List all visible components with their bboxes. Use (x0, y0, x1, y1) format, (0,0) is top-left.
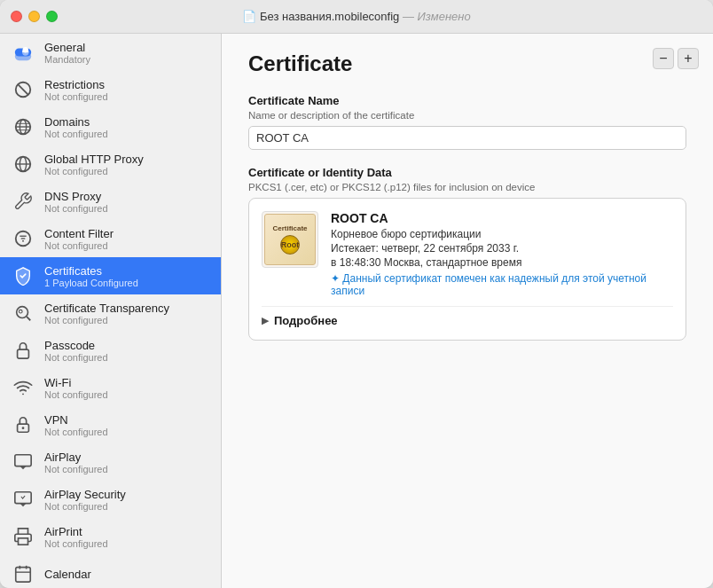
sidebar-item-airplay-security[interactable]: AirPlay Security Not configured (0, 481, 221, 518)
content-filter-sub: Not configured (44, 240, 114, 251)
cert-info: ROOT CA Корневое бюро сертификации Истек… (331, 211, 673, 297)
svg-line-19 (27, 317, 30, 320)
sidebar-item-wifi[interactable]: Wi-Fi Not configured (0, 369, 221, 406)
cert-transparency-sub: Not configured (44, 315, 169, 325)
cert-transparency-text: Certificate Transparency Not configured (44, 302, 169, 325)
app-window: 📄 Без названия.mobileconfig — Изменено (0, 0, 713, 588)
domains-text: Domains Not configured (44, 115, 108, 139)
airprint-label: AirPrint (44, 525, 108, 538)
cert-data-label: Certificate or Identity Data (248, 166, 686, 179)
content-area: General Mandatory Restrictions Not confi… (0, 34, 713, 588)
sidebar-item-general[interactable]: General Mandatory (0, 34, 221, 71)
svg-point-20 (19, 310, 22, 313)
svg-line-5 (18, 84, 28, 95)
sidebar-item-vpn[interactable]: VPN Not configured (0, 406, 221, 443)
cert-thumb-inner: Certificate Root (264, 214, 316, 265)
certificates-text: Certificates 1 Payload Configured (44, 264, 138, 288)
airprint-text: AirPrint Not configured (44, 525, 108, 549)
wifi-label: Wi-Fi (44, 376, 108, 389)
remove-button[interactable]: − (653, 48, 674, 69)
cert-details-row[interactable]: ▶ Подробнее (262, 306, 673, 327)
toolbar: − + (653, 48, 699, 69)
minimize-button[interactable] (28, 11, 40, 22)
wifi-icon (11, 375, 35, 400)
domains-label: Domains (44, 115, 108, 129)
wifi-sub: Not configured (44, 389, 108, 400)
svg-rect-2 (15, 52, 31, 60)
traffic-lights (11, 11, 58, 22)
global-http-text: Global HTTP Proxy Not configured (44, 153, 144, 176)
cert-name-group: Certificate Name Name or description of … (248, 94, 686, 150)
cert-card: Certificate Root ROOT CA Корневое бюро с… (248, 198, 686, 341)
sidebar-item-certificates[interactable]: Certificates 1 Payload Configured (0, 257, 221, 294)
ban-icon (11, 77, 35, 102)
calendar-icon (11, 561, 35, 586)
airplay-security-icon (11, 487, 35, 512)
filter-icon (11, 226, 35, 251)
svg-rect-25 (15, 455, 31, 466)
cert-card-trusted: Данный сертификат помечен как надежный д… (331, 272, 673, 297)
svg-point-24 (22, 427, 25, 429)
globe2-icon (11, 152, 35, 176)
doc-icon: 📄 (242, 10, 256, 23)
cert-transparency-label: Certificate Transparency (44, 302, 169, 315)
sidebar-item-global-http[interactable]: Global HTTP Proxy Not configured (0, 145, 221, 183)
airplay-text: AirPlay Not configured (44, 451, 108, 474)
page-title: Certificate (248, 51, 686, 76)
svg-point-22 (22, 393, 24, 395)
passcode-label: Passcode (44, 339, 108, 352)
sidebar-item-airplay[interactable]: AirPlay Not configured (0, 443, 221, 481)
titlebar: 📄 Без названия.mobileconfig — Изменено (0, 0, 713, 34)
airplay-security-text: AirPlay Security Not configured (44, 488, 126, 512)
calendar-text: Calendar (44, 568, 91, 581)
calendar-label: Calendar (44, 568, 91, 581)
dns-proxy-text: DNS Proxy Not configured (44, 190, 108, 214)
general-label: General (44, 41, 90, 54)
airplay-label: AirPlay (44, 451, 108, 464)
shield-icon (11, 263, 35, 288)
globe-icon (11, 114, 35, 139)
transparency-icon (11, 301, 35, 325)
sidebar-item-domains[interactable]: Domains Not configured (0, 108, 221, 145)
passcode-sub: Not configured (44, 352, 108, 363)
airplay-security-label: AirPlay Security (44, 488, 126, 501)
global-http-sub: Not configured (44, 166, 144, 176)
cert-card-name: ROOT CA (331, 211, 673, 225)
vpn-label: VPN (44, 413, 108, 427)
fullscreen-button[interactable] (46, 11, 58, 22)
cert-name-input[interactable] (248, 126, 686, 150)
cert-name-label: Certificate Name (248, 94, 686, 107)
restrictions-sub: Not configured (44, 91, 108, 102)
certificates-label: Certificates (44, 264, 138, 278)
lock-icon (11, 338, 35, 363)
airplay-icon (11, 450, 35, 474)
content-filter-text: Content Filter Not configured (44, 227, 114, 251)
sidebar-item-airprint[interactable]: AirPrint Not configured (0, 518, 221, 555)
add-button[interactable]: + (678, 48, 699, 69)
sidebar-item-calendar[interactable]: Calendar (0, 555, 221, 588)
restrictions-text: Restrictions Not configured (44, 78, 108, 102)
close-button[interactable] (11, 11, 22, 22)
print-icon (11, 524, 35, 549)
cert-card-expiry1: Истекает: четверг, 22 сентября 2033 г. (331, 242, 673, 255)
sidebar-item-cert-transparency[interactable]: Certificate Transparency Not configured (0, 294, 221, 332)
certificates-sub: 1 Payload Configured (44, 278, 138, 288)
window-title: 📄 Без названия.mobileconfig — Изменено (242, 10, 470, 23)
general-text: General Mandatory (44, 41, 90, 65)
vpn-text: VPN Not configured (44, 413, 108, 437)
sidebar: General Mandatory Restrictions Not confi… (0, 34, 222, 588)
sidebar-item-content-filter[interactable]: Content Filter Not configured (0, 220, 221, 257)
svg-rect-21 (18, 349, 29, 358)
svg-rect-28 (16, 568, 31, 583)
dns-proxy-sub: Not configured (44, 203, 108, 214)
wrench-icon (11, 189, 35, 214)
chevron-right-icon: ▶ (262, 315, 269, 326)
sidebar-item-dns-proxy[interactable]: DNS Proxy Not configured (0, 183, 221, 220)
cert-details-label: Подробнее (274, 314, 338, 327)
cert-card-org: Корневое бюро сертификации (331, 228, 673, 240)
cert-name-desc: Name or description of the certificate (248, 110, 686, 121)
svg-rect-27 (19, 538, 28, 545)
sidebar-item-passcode[interactable]: Passcode Not configured (0, 332, 221, 369)
sidebar-item-restrictions[interactable]: Restrictions Not configured (0, 71, 221, 108)
global-http-label: Global HTTP Proxy (44, 153, 144, 166)
